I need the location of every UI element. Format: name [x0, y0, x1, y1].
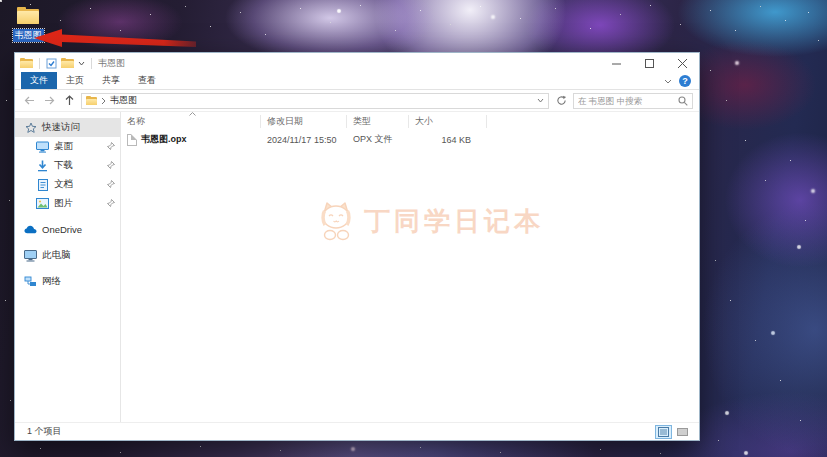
shiba-dog-icon: [316, 200, 356, 242]
title-bar[interactable]: 韦恩图: [15, 53, 699, 73]
close-button[interactable]: [666, 53, 699, 73]
window-folder-icon: [20, 58, 33, 68]
forward-arrow-icon: [44, 96, 55, 105]
file-size: 164 KB: [409, 135, 487, 145]
back-button[interactable]: [21, 93, 37, 109]
up-button[interactable]: [61, 93, 77, 109]
status-bar: 1 个项目: [15, 422, 699, 440]
maximize-icon: [645, 59, 654, 68]
computer-icon: [24, 249, 37, 262]
file-explorer-window: 韦恩图 文件 主页 共享 查看 ?: [14, 52, 700, 441]
sidebar-item-network[interactable]: 网络: [15, 272, 120, 291]
tab-view[interactable]: 查看: [129, 72, 165, 89]
refresh-icon: [556, 95, 567, 106]
search-input[interactable]: [578, 96, 678, 106]
column-header-size[interactable]: 大小: [409, 115, 487, 128]
qat-customize-chevron-icon[interactable]: [78, 61, 85, 66]
desktop-folder-shortcut[interactable]: 韦恩图: [6, 7, 50, 42]
sidebar-item-label: 网络: [42, 275, 61, 288]
thumbnails-view-icon: [677, 427, 688, 437]
file-name: 韦恩图.opx: [141, 133, 187, 146]
pin-icon[interactable]: [107, 160, 115, 171]
item-count: 1 个项目: [27, 425, 62, 438]
close-icon: [678, 59, 687, 68]
watermark: 丁同学日记本: [316, 200, 544, 242]
tab-file[interactable]: 文件: [21, 72, 57, 89]
sidebar-item-quick-access[interactable]: 快速访问: [15, 118, 120, 137]
navigation-pane: 快速访问 桌面 下载: [15, 112, 121, 422]
qat-separator-2: [91, 58, 92, 69]
tab-share[interactable]: 共享: [93, 72, 129, 89]
up-arrow-icon: [65, 95, 74, 106]
help-icon: ?: [682, 76, 688, 86]
properties-button-icon[interactable]: [46, 58, 57, 69]
sidebar-item-pictures[interactable]: 图片: [15, 194, 120, 213]
document-icon: [36, 178, 49, 191]
new-folder-button-icon[interactable]: [61, 58, 74, 68]
back-arrow-icon: [24, 96, 35, 105]
breadcrumb-chevron-icon: [101, 97, 106, 105]
sidebar-item-label: 桌面: [54, 140, 73, 153]
sidebar-item-documents[interactable]: 文档: [15, 175, 120, 194]
column-header-name[interactable]: 名称: [121, 115, 261, 128]
details-view-button[interactable]: [655, 425, 672, 439]
monitor-icon: [36, 140, 49, 153]
window-title: 韦恩图: [98, 57, 125, 70]
sort-ascending-icon: [189, 112, 196, 116]
tab-home[interactable]: 主页: [57, 72, 93, 89]
file-type: OPX 文件: [347, 133, 409, 146]
file-row[interactable]: 韦恩图.opx 2024/11/17 15:50 OPX 文件 164 KB: [121, 131, 699, 148]
sidebar-item-label: 文档: [54, 178, 73, 191]
search-box[interactable]: [573, 93, 693, 109]
column-header-row: 名称 修改日期 类型 大小: [121, 114, 699, 129]
star-icon: [24, 121, 37, 134]
folder-icon: [17, 7, 39, 24]
column-header-modified[interactable]: 修改日期: [261, 115, 347, 128]
watermark-text: 丁同学日记本: [364, 204, 544, 239]
picture-icon: [36, 197, 49, 210]
sidebar-item-this-pc[interactable]: 此电脑: [15, 246, 120, 265]
minimize-icon: [612, 59, 621, 68]
desktop-icon-label: 韦恩图: [13, 29, 44, 42]
file-list-pane: 名称 修改日期 类型 大小 韦恩图.opx 2024/11/17 15:50 O…: [121, 112, 699, 422]
bright-stars: [0, 0, 2, 2]
sidebar-item-label: 图片: [54, 197, 73, 210]
sidebar-item-downloads[interactable]: 下载: [15, 156, 120, 175]
thumbnails-view-button[interactable]: [674, 425, 691, 439]
sidebar-item-label: 快速访问: [42, 121, 80, 134]
pin-icon[interactable]: [107, 141, 115, 152]
details-view-icon: [658, 427, 669, 437]
help-button[interactable]: ?: [679, 75, 691, 87]
sidebar-item-label: 下载: [54, 159, 73, 172]
file-modified-date: 2024/11/17 15:50: [261, 135, 347, 145]
search-icon: [678, 96, 688, 106]
breadcrumb-location[interactable]: 韦恩图: [110, 94, 137, 107]
network-icon: [24, 275, 37, 288]
refresh-button[interactable]: [553, 93, 569, 109]
minimize-button[interactable]: [600, 53, 633, 73]
breadcrumb-folder-icon: [86, 96, 97, 105]
sidebar-item-desktop[interactable]: 桌面: [15, 137, 120, 156]
qat-separator: [39, 58, 40, 69]
pin-icon[interactable]: [107, 179, 115, 190]
column-header-type[interactable]: 类型: [347, 115, 409, 128]
maximize-button[interactable]: [633, 53, 666, 73]
pin-icon[interactable]: [107, 198, 115, 209]
file-type-icon: [127, 134, 137, 146]
expand-ribbon-chevron-icon[interactable]: [664, 79, 672, 84]
forward-button[interactable]: [41, 93, 57, 109]
sidebar-item-label: 此电脑: [42, 249, 71, 262]
cloud-icon: [24, 223, 37, 236]
address-dropdown-chevron-icon[interactable]: [537, 98, 544, 103]
address-bar: 韦恩图: [15, 90, 699, 112]
sidebar-item-label: OneDrive: [42, 224, 82, 235]
download-icon: [36, 159, 49, 172]
breadcrumb-bar[interactable]: 韦恩图: [81, 93, 549, 109]
ribbon-tab-bar: 文件 主页 共享 查看 ?: [15, 73, 699, 90]
sidebar-item-onedrive[interactable]: OneDrive: [15, 220, 120, 239]
